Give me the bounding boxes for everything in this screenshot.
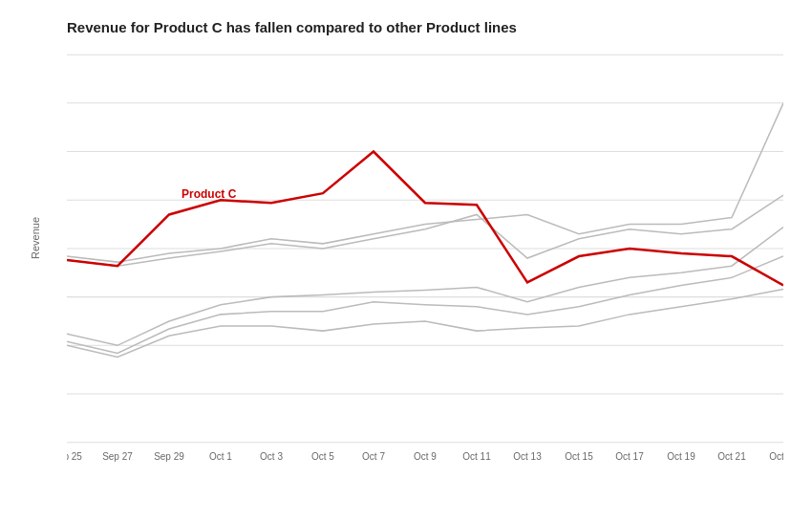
svg-text:Oct 13: Oct 13 bbox=[513, 451, 542, 462]
svg-text:Sep 29: Sep 29 bbox=[154, 451, 184, 462]
gray-line-2 bbox=[67, 195, 783, 266]
svg-text:Oct 19: Oct 19 bbox=[667, 451, 695, 462]
svg-text:Oct 11: Oct 11 bbox=[462, 451, 491, 462]
chart-area: Revenue 0 1.3K 2.5K 3.8K 5K 6.3K bbox=[67, 45, 783, 462]
product-c-label: Product C bbox=[182, 187, 237, 201]
product-c-line bbox=[67, 152, 783, 286]
svg-text:Sep 25: Sep 25 bbox=[67, 451, 82, 462]
svg-text:Oct 3: Oct 3 bbox=[260, 451, 283, 462]
svg-text:Oct 1: Oct 1 bbox=[209, 451, 232, 462]
svg-text:Oct 17: Oct 17 bbox=[615, 451, 644, 462]
gray-line-5 bbox=[67, 290, 783, 358]
svg-text:Oct 9: Oct 9 bbox=[414, 451, 437, 462]
svg-text:Oct 7: Oct 7 bbox=[362, 451, 385, 462]
svg-text:Oct 5: Oct 5 bbox=[311, 451, 334, 462]
chart-title: Revenue for Product C has fallen compare… bbox=[67, 19, 783, 35]
gray-line-1 bbox=[67, 103, 783, 262]
chart-container: Revenue for Product C has fallen compare… bbox=[0, 0, 812, 522]
y-axis-label: Revenue bbox=[30, 217, 41, 259]
gray-line-4 bbox=[67, 256, 783, 353]
svg-text:Oct 15: Oct 15 bbox=[565, 451, 593, 462]
svg-text:Sep 27: Sep 27 bbox=[102, 451, 133, 462]
svg-text:Oct 23: Oct 23 bbox=[769, 451, 783, 462]
main-chart-svg: 0 1.3K 2.5K 3.8K 5K 6.3K 7.5K 8.8K 10K S… bbox=[67, 45, 783, 462]
svg-text:Oct 21: Oct 21 bbox=[717, 451, 746, 462]
